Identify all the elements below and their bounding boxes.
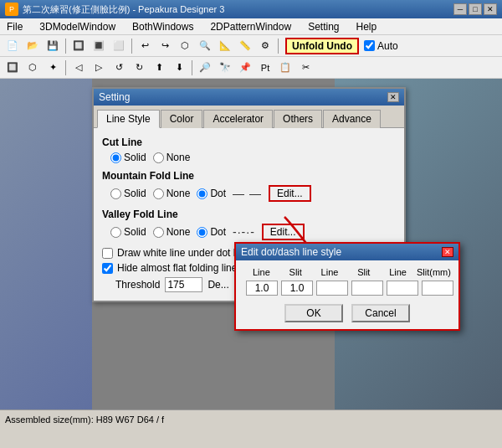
vf-edit-button[interactable]: Edit...: [262, 224, 305, 240]
mf-dot-radio[interactable]: [197, 188, 207, 199]
tb2-btn10[interactable]: 🔎: [196, 59, 214, 77]
setting-dialog-close[interactable]: ✕: [387, 92, 399, 102]
vf-dash-preview: -·-·-: [233, 225, 255, 239]
menu-bothwindows[interactable]: BothWindows: [129, 19, 197, 34]
col-val-3[interactable]: [351, 281, 383, 296]
setting-dialog-title: Setting: [99, 91, 130, 103]
menu-help[interactable]: Help: [353, 19, 381, 34]
tb2-btn6[interactable]: ↺: [110, 59, 128, 77]
tb2-btn9[interactable]: ⬇: [170, 59, 188, 77]
tb2-btn8[interactable]: ⬆: [150, 59, 168, 77]
tb-new[interactable]: 📄: [3, 37, 22, 55]
app-title: 第二次練習(修正側臉比例) - Pepakura Designer 3: [23, 3, 224, 16]
tb-btn10[interactable]: ⚙: [256, 37, 274, 55]
tab-advance[interactable]: Advance: [323, 110, 381, 128]
tb2-btn12[interactable]: 📌: [236, 59, 254, 77]
auto-checkbox[interactable]: [364, 40, 375, 51]
mf-solid-label: Solid: [124, 188, 146, 199]
toolbar-row2: 🔲 ⬡ ✦ ◁ ▷ ↺ ↻ ⬆ ⬇ 🔎 🔭 📌 Pt 📋 ✂: [0, 57, 502, 79]
vf-none-option[interactable]: None: [153, 226, 191, 238]
edit-dialog: Edit dot/dash line style ✕ Line Slit Lin…: [234, 242, 460, 331]
tb-sep1: [65, 39, 66, 54]
cut-none-radio[interactable]: [153, 152, 164, 163]
mf-dot-option[interactable]: Dot: [197, 188, 226, 199]
vf-dot-label: Dot: [210, 226, 226, 238]
ok-button[interactable]: OK: [284, 304, 343, 322]
tb-btn8[interactable]: 📐: [216, 37, 234, 55]
vf-solid-option[interactable]: Solid: [110, 226, 146, 238]
tb-btn5[interactable]: ↪: [156, 37, 174, 55]
col-h-3: Slit: [348, 267, 379, 277]
threshold-input[interactable]: [165, 277, 202, 292]
col-val-0[interactable]: [246, 281, 278, 296]
mountain-fold-options: Solid None Dot — — Edit...: [102, 185, 396, 202]
vf-none-radio[interactable]: [153, 227, 164, 238]
tb-btn6[interactable]: ⬡: [176, 37, 194, 55]
tab-linestyle[interactable]: Line Style: [97, 110, 160, 128]
col-val-1[interactable]: [281, 281, 313, 296]
tb-btn9[interactable]: 📏: [236, 37, 254, 55]
title-controls[interactable]: ─ □ ✕: [453, 3, 497, 15]
cut-none-option[interactable]: None: [153, 152, 191, 163]
white-line-checkbox[interactable]: [102, 248, 113, 259]
tb2-btn11[interactable]: 🔭: [216, 59, 234, 77]
valley-fold-options: Solid None Dot -·-·- Edit...: [102, 224, 396, 240]
col-h-1: Slit: [280, 267, 311, 277]
minimize-button[interactable]: ─: [453, 3, 467, 15]
tb2-btn7[interactable]: ↻: [130, 59, 148, 77]
col-headers-row: Line Slit Line Slit Line Slit(mm): [243, 267, 452, 277]
tb-btn3[interactable]: ⬜: [110, 37, 128, 55]
tb2-btn1[interactable]: 🔲: [3, 59, 22, 77]
mf-dot-label: Dot: [210, 188, 226, 199]
menu-3dmodel[interactable]: 3DModelWindow: [36, 19, 119, 34]
tb2-btn14[interactable]: 📋: [276, 59, 295, 77]
menu-2dpattern[interactable]: 2DPatternWindow: [207, 19, 295, 34]
tab-color[interactable]: Color: [161, 110, 203, 128]
mf-solid-radio[interactable]: [110, 188, 121, 199]
col-vals-row: [243, 281, 452, 296]
menu-setting[interactable]: Setting: [305, 19, 342, 34]
cut-solid-option[interactable]: Solid: [110, 152, 146, 163]
cut-none-label: None: [166, 152, 191, 163]
tb2-btn2[interactable]: ⬡: [23, 59, 42, 77]
col-val-4[interactable]: [387, 281, 418, 296]
tb2-btn15[interactable]: ✂: [296, 59, 315, 77]
edit-dialog-close[interactable]: ✕: [442, 247, 453, 257]
mf-none-radio[interactable]: [153, 188, 164, 199]
tb2-btn4[interactable]: ◁: [69, 59, 88, 77]
close-button[interactable]: ✕: [484, 3, 497, 15]
vf-dot-radio[interactable]: [197, 227, 207, 238]
tb-open[interactable]: 📂: [23, 37, 42, 55]
mf-edit-button[interactable]: Edit...: [269, 185, 311, 202]
title-bar: P 第二次練習(修正側臉比例) - Pepakura Designer 3 ─ …: [0, 0, 502, 18]
app-icon: P: [5, 3, 18, 16]
threshold-label: Threshold: [115, 279, 160, 291]
valley-fold-label: Valley Fold Line: [102, 209, 396, 220]
tb2-btn5[interactable]: ▷: [90, 59, 108, 77]
tb-btn2[interactable]: 🔳: [90, 37, 108, 55]
tb-sep3: [278, 39, 279, 54]
mf-none-option[interactable]: None: [153, 188, 191, 199]
col-val-5[interactable]: [422, 281, 453, 296]
cancel-button[interactable]: Cancel: [351, 304, 410, 322]
white-line-label: Draw white line under dot line: [117, 247, 248, 259]
tb-save[interactable]: 💾: [44, 37, 62, 55]
unfold-undo-button[interactable]: Unfold Undo: [285, 38, 359, 54]
vf-dot-option[interactable]: Dot: [197, 226, 226, 238]
mf-solid-option[interactable]: Solid: [110, 188, 146, 199]
tb2-btn3[interactable]: ✦: [44, 59, 62, 77]
cut-solid-radio[interactable]: [110, 152, 121, 163]
col-val-2[interactable]: [316, 281, 348, 296]
tab-others[interactable]: Others: [274, 110, 322, 128]
hide-flat-checkbox[interactable]: [102, 263, 113, 274]
tb-btn1[interactable]: 🔲: [69, 37, 88, 55]
menu-file[interactable]: File: [3, 19, 26, 34]
edit-dialog-titlebar: Edit dot/dash line style ✕: [236, 244, 458, 260]
maximize-button[interactable]: □: [469, 3, 482, 15]
tab-accelerator[interactable]: Accelerator: [203, 110, 273, 128]
vf-solid-radio[interactable]: [110, 227, 121, 238]
tb-btn7[interactable]: 🔍: [196, 37, 214, 55]
tb2-btn13[interactable]: Pt: [256, 59, 274, 77]
edit-dialog-title: Edit dot/dash line style: [241, 246, 341, 258]
tb-btn4[interactable]: ↩: [136, 37, 154, 55]
